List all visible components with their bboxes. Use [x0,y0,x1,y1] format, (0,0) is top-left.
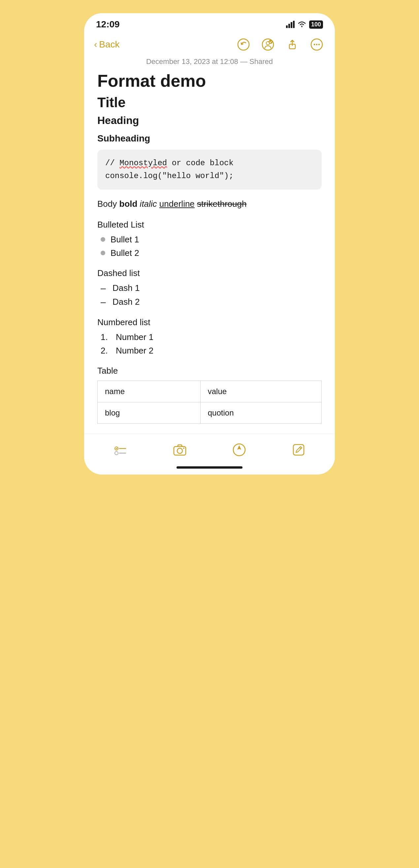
dash-mark: – [101,283,107,293]
code-line-2: console.log("hello world"); [105,170,314,182]
body-underline: underline [159,199,194,209]
svg-point-14 [115,452,118,455]
location-button[interactable] [229,440,249,460]
dashed-list-label: Dashed list [97,268,322,278]
svg-rect-2 [291,22,292,28]
svg-rect-21 [293,444,304,455]
bullet-item-2: Bullet 2 [111,248,139,258]
list-item: 2. Number 2 [101,346,322,356]
bullet-dot [101,237,105,242]
list-item: – Dash 2 [101,297,322,307]
code-line-1: // Monostyled or code block [105,157,314,169]
dash-mark: – [101,297,107,307]
undo-button[interactable] [235,36,252,53]
content-area: Format demo Title Heading Subheading // … [84,71,335,434]
table-section: Table name value blog quotion [97,366,322,424]
svg-point-19 [183,447,184,449]
status-bar: 12:09 100 [84,13,335,33]
body-bold: bold [119,199,138,209]
svg-point-18 [177,448,182,454]
table-cell-quotion: quotion [200,402,321,424]
svg-point-12 [318,44,320,45]
share-icon [286,38,299,51]
nav-icons [235,36,325,53]
location-icon [232,442,246,457]
back-label: Back [99,39,119,50]
svg-point-7 [269,40,272,44]
dashed-list: – Dash 1 – Dash 2 [97,283,322,307]
numbered-item-2: Number 2 [116,346,153,356]
table-cell-blog: blog [98,402,201,424]
svg-point-10 [314,44,315,45]
list-item: 1. Number 1 [101,332,322,342]
code-block: // Monostyled or code block console.log(… [97,150,322,190]
svg-point-4 [238,39,249,50]
edit-button[interactable] [289,440,308,460]
table-row: name value [98,380,322,402]
svg-point-11 [316,44,318,45]
doc-timestamp: December 13, 2023 at 12:08 [146,57,238,66]
doc-meta-separator: — [240,57,249,66]
doc-sub-subheading: Subheading [97,133,322,144]
status-icons: 100 [286,21,323,29]
list-item: – Dash 1 [101,283,322,293]
doc-subheading: Heading [97,114,322,127]
back-chevron-icon: ‹ [94,39,97,50]
camera-icon [173,442,187,457]
status-time: 12:09 [96,19,120,30]
body-italic: italic [140,199,157,209]
numbered-list-label: Numbered list [97,317,322,328]
more-button[interactable] [308,36,325,53]
body-prefix: Body [97,199,119,209]
num-mark-1: 1. [101,332,113,342]
monostyled-text: Monostyled [119,159,167,167]
num-mark-2: 2. [101,346,113,356]
data-table: name value blog quotion [97,380,322,424]
edit-icon [291,442,306,457]
more-icon [310,38,323,51]
nav-bar: ‹ Back [84,33,335,57]
camera-button[interactable] [170,440,190,460]
list-item: Bullet 1 [101,235,322,245]
table-header-value: value [200,380,321,402]
numbered-list: 1. Number 1 2. Number 2 [97,332,322,356]
phone-frame: 12:09 100 ‹ Back [84,13,335,474]
checklist-icon [113,442,128,457]
numbered-item-1: Number 1 [116,332,153,342]
bullet-dot [101,251,105,255]
home-indicator [177,466,242,469]
table-row: blog quotion [98,402,322,424]
battery-icon: 100 [309,21,323,29]
list-item: Bullet 2 [101,248,322,258]
wifi-icon [297,21,306,28]
share-button[interactable] [284,36,301,53]
body-text: Body bold italic underline strikethrough [97,197,322,210]
back-button[interactable]: ‹ Back [94,39,120,50]
bulleted-list-label: Bulleted List [97,220,322,230]
bulleted-list: Bullet 1 Bullet 2 [97,235,322,258]
dash-item-2: Dash 2 [113,297,140,307]
doc-meta: December 13, 2023 at 12:08 — Shared [84,57,335,66]
signal-icon [286,21,295,28]
svg-rect-3 [293,21,295,28]
svg-line-22 [300,447,301,449]
table-label: Table [97,366,322,376]
collaboration-icon [262,38,274,51]
table-header-name: name [98,380,201,402]
body-strikethrough: strikethrough [197,199,246,209]
doc-heading: Title [97,94,322,111]
doc-shared-label: Shared [249,57,273,66]
collaboration-button[interactable] [260,36,276,53]
checklist-button[interactable] [111,440,130,460]
undo-icon [237,38,250,51]
svg-rect-1 [288,24,290,28]
dash-item-1: Dash 1 [113,283,140,293]
doc-title: Format demo [97,71,322,91]
bullet-item-1: Bullet 1 [111,235,139,245]
svg-rect-0 [286,25,288,28]
bottom-toolbar [84,434,335,463]
